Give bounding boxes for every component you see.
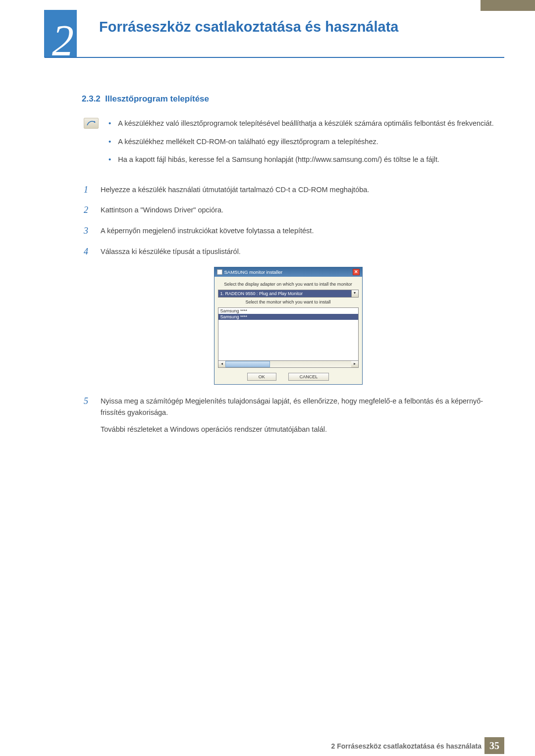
installer-title-text: SAMSUNG monitor installer (224, 269, 283, 275)
step-number: 4 (84, 245, 93, 259)
note-item: • A készülékhez mellékelt CD-ROM-on talá… (108, 136, 494, 148)
footer-chapter-label: 2 Forráseszköz csatlakoztatása és haszná… (331, 742, 482, 750)
bullet-icon: • (108, 118, 111, 129)
dropdown-arrow-icon[interactable]: ▾ (352, 290, 359, 298)
note-text: A készülékhez való illesztőprogramok tel… (118, 118, 493, 129)
note-block: • A készülékhez való illesztőprogramok t… (84, 118, 494, 172)
bullet-icon: • (108, 154, 111, 165)
ordered-steps: 1 Helyezze a készülék használati útmutat… (84, 184, 494, 260)
scroll-thumb[interactable] (225, 361, 270, 367)
note-item: • Ha a kapott fájl hibás, keresse fel a … (108, 154, 494, 165)
monitor-list[interactable]: Samsung **** Samsung **** (218, 307, 359, 361)
horizontal-scrollbar[interactable]: ◂ ▸ (218, 361, 359, 368)
scroll-track[interactable] (225, 361, 351, 367)
step-number: 1 (84, 183, 93, 197)
content-area: 2.3.2 Illesztőprogram telepítése • A kés… (82, 94, 494, 442)
step-text: Nyissa meg a számítógép Megjelenítés tul… (101, 396, 494, 418)
header-rule (45, 57, 504, 58)
step-4: 4 Válassza ki készüléke típusát a típusl… (84, 246, 494, 260)
installer-instruction-2: Select the monitor which you want to ins… (218, 300, 359, 304)
step-text-group: Nyissa meg a számítógép Megjelenítés tul… (101, 396, 494, 435)
adapter-select[interactable]: 1. RADEON 9550 : Plug and Play Monitor (218, 290, 352, 298)
step-text: Helyezze a készülék használati útmutatój… (101, 184, 369, 198)
chapter-number-box: 2 (44, 10, 77, 57)
close-icon[interactable]: ✕ (353, 269, 360, 275)
chapter-title: Forráseszköz csatlakoztatása és használa… (99, 19, 398, 35)
note-text: A készülékhez mellékelt CD-ROM-on találh… (118, 136, 378, 148)
ordered-steps-continued: 5 Nyissa meg a számítógép Megjelenítés t… (84, 396, 494, 435)
monitor-list-item-selected[interactable]: Samsung **** (218, 314, 358, 320)
step-2: 2 Kattintson a "Windows Driver" opcióra. (84, 204, 494, 218)
decorative-stripe (481, 0, 535, 11)
scroll-left-icon[interactable]: ◂ (218, 361, 225, 367)
note-icon (84, 118, 99, 129)
step-1: 1 Helyezze a készülék használati útmutat… (84, 184, 494, 198)
monitor-list-item[interactable]: Samsung **** (218, 308, 358, 314)
step-text: Kattintson a "Windows Driver" opcióra. (101, 204, 223, 218)
installer-titlebar: SAMSUNG monitor installer ✕ (214, 267, 362, 277)
installer-body: Select the display adapter on which you … (214, 277, 362, 384)
section-title: Illesztőprogram telepítése (105, 94, 209, 103)
installer-screenshot: SAMSUNG monitor installer ✕ Select the d… (82, 267, 494, 385)
bullet-icon: • (108, 136, 111, 148)
installer-button-row: OK CANCEL (218, 373, 359, 381)
step-number: 2 (84, 203, 93, 217)
note-item: • A készülékhez való illesztőprogramok t… (108, 118, 494, 129)
step-number: 3 (84, 224, 93, 238)
step-3: 3 A képernyőn megjelenő instrukciókat kö… (84, 225, 494, 239)
ok-button[interactable]: OK (247, 373, 276, 381)
adapter-select-row: 1. RADEON 9550 : Plug and Play Monitor ▾ (218, 290, 359, 298)
section-heading: 2.3.2 Illesztőprogram telepítése (82, 94, 494, 104)
page-footer: 2 Forráseszköz csatlakoztatása és haszná… (0, 736, 535, 756)
cancel-button[interactable]: CANCEL (288, 373, 329, 381)
footer-page-number: 35 (484, 737, 504, 754)
scroll-right-icon[interactable]: ▸ (351, 361, 358, 367)
page-header: 2 Forráseszköz csatlakoztatása és haszná… (0, 0, 535, 69)
installer-window: SAMSUNG monitor installer ✕ Select the d… (214, 267, 363, 385)
note-text: Ha a kapott fájl hibás, keresse fel a Sa… (118, 154, 439, 165)
section-number: 2.3.2 (82, 94, 101, 103)
step-text-extra: További részleteket a Windows operációs … (101, 424, 494, 435)
installer-instruction-1: Select the display adapter on which you … (218, 282, 359, 287)
chapter-number: 2 (52, 19, 74, 62)
window-icon (217, 269, 222, 275)
step-text: A képernyőn megjelenő instrukciókat köve… (101, 225, 314, 239)
step-text: Válassza ki készüléke típusát a típuslis… (101, 246, 241, 260)
step-5: 5 Nyissa meg a számítógép Megjelenítés t… (84, 396, 494, 435)
step-number: 5 (84, 395, 93, 434)
note-list: • A készülékhez való illesztőprogramok t… (108, 118, 494, 172)
